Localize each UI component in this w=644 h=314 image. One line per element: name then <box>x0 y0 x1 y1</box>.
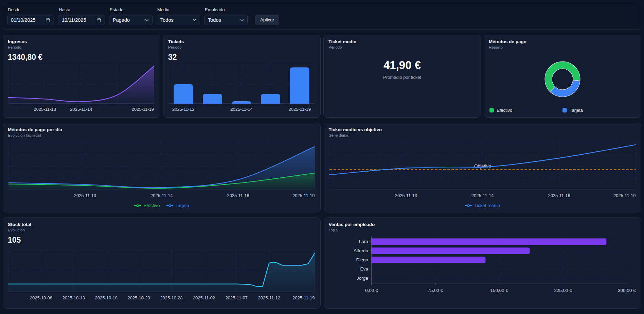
svg-text:2025-11-13: 2025-11-13 <box>34 107 56 112</box>
filter-estado: Estado Pagado <box>109 7 153 25</box>
svg-text:Eva: Eva <box>360 266 368 272</box>
filter-bar: Desde 01/10/2025 Hasta 19/11/2025 Estado… <box>3 3 641 30</box>
card-ticket-medio: Ticket medio Periodo 41,90 € Promedio po… <box>323 35 481 118</box>
card-subtitle: Evolución (apilada) <box>8 133 316 137</box>
svg-text:300,00 €: 300,00 € <box>618 287 636 293</box>
aplicar-button[interactable]: Aplicar <box>255 15 279 25</box>
legend-item-efectivo[interactable]: Efectivo <box>134 203 160 208</box>
card-ingresos: Ingresos Periodo 1340,80 € 2025-11-13202… <box>3 35 160 118</box>
ingresos-value: 1340,80 € <box>8 53 155 62</box>
card-title: Ticket medio vs objetivo <box>329 127 637 132</box>
calendar-icon <box>46 18 50 22</box>
svg-text:2025-11-07: 2025-11-07 <box>226 295 248 300</box>
card-subtitle: Periodo <box>8 45 155 49</box>
ingresos-line-chart: 2025-11-132025-11-142025-11-19 <box>8 63 155 113</box>
legend-item-efectivo[interactable]: Efectivo <box>489 108 562 113</box>
stock-line-chart: 2025-10-082025-10-132025-10-182025-10-23… <box>8 249 316 304</box>
legend-label: Tarjeta <box>176 203 190 208</box>
svg-text:2025-11-16: 2025-11-16 <box>227 193 249 198</box>
filter-desde: Desde 01/10/2025 <box>7 7 54 25</box>
filter-empleado: Empleado Todos <box>204 7 248 25</box>
metodos-dia-stacked-area-chart: 2025-11-132025-11-142025-11-162025-11-19 <box>8 140 316 200</box>
ticket-medio-value: 41,90 € <box>383 59 421 72</box>
tarjeta-swatch <box>562 108 567 112</box>
card-metodos-pago: Métodos de pago Reparto Efectivo Tarjeta <box>484 35 641 118</box>
legend-item-tarjeta[interactable]: Tarjeta <box>562 108 636 113</box>
estado-label: Estado <box>109 7 153 12</box>
svg-text:Diego: Diego <box>356 257 368 262</box>
card-ticket-objetivo: Ticket medio vs objetivo Serie diaria Ob… <box>324 123 642 212</box>
ventas-empleado-bar-chart: LaraAlfredoDiegoEvaJorge0,00 €75,00 €150… <box>329 235 637 304</box>
ticket-medio-kpi: 41,90 € Promedio por ticket <box>328 49 476 113</box>
chevron-down-icon <box>240 19 244 21</box>
hasta-value: 19/11/2025 <box>62 17 86 23</box>
medio-value: Todos <box>160 17 174 23</box>
svg-text:2025-10-18: 2025-10-18 <box>95 295 118 300</box>
estado-select[interactable]: Pagado <box>109 15 153 25</box>
medio-label: Medio <box>157 7 200 12</box>
card-stock: Stock total Evolución 105 2025-10-082025… <box>3 217 321 309</box>
desde-date-input[interactable]: 01/10/2025 <box>7 15 54 25</box>
hasta-date-input[interactable]: 19/11/2025 <box>58 15 105 25</box>
efectivo-swatch <box>489 108 494 112</box>
legend-item-tarjeta[interactable]: Tarjeta <box>166 203 190 208</box>
svg-text:225,00 €: 225,00 € <box>554 287 572 293</box>
card-title: Métodos de pago por día <box>8 127 316 132</box>
svg-text:Jorge: Jorge <box>357 276 368 281</box>
calendar-icon <box>96 18 101 22</box>
hasta-label: Hasta <box>58 7 105 12</box>
card-subtitle: Evolución <box>8 228 316 232</box>
tickets-value: 32 <box>168 53 316 62</box>
metodos-dia-legend: Efectivo Tarjeta <box>8 203 316 208</box>
card-subtitle: Serie diaria <box>329 133 637 137</box>
svg-text:2025-11-13: 2025-11-13 <box>74 193 96 198</box>
svg-text:2025-11-16: 2025-11-16 <box>548 193 570 198</box>
legend-label: Tarjeta <box>570 108 583 113</box>
card-subtitle: Periodo <box>168 45 316 49</box>
line-point-marker-icon <box>134 204 141 207</box>
donut-legend: Efectivo Tarjeta <box>489 108 636 113</box>
card-title: Ventas por empleado <box>329 222 637 227</box>
svg-text:2025-11-12: 2025-11-12 <box>172 107 195 112</box>
card-subtitle: Periodo <box>328 45 476 49</box>
legend-item-ticket-medio[interactable]: Ticket medio <box>465 203 500 208</box>
donut-wrap <box>489 49 636 108</box>
line-point-marker-icon <box>465 204 472 207</box>
card-title: Ingresos <box>8 39 155 44</box>
medio-select[interactable]: Todos <box>157 15 200 25</box>
chevron-down-icon <box>145 19 149 21</box>
card-title: Tickets <box>168 39 316 44</box>
metodos-pago-donut-chart <box>525 57 600 102</box>
tickets-bar-chart: 2025-11-122025-11-142025-11-19 <box>168 63 316 113</box>
stock-value: 105 <box>8 236 316 245</box>
desde-label: Desde <box>7 7 54 12</box>
empleado-label: Empleado <box>204 7 248 12</box>
svg-text:2025-11-14: 2025-11-14 <box>230 107 253 112</box>
card-ventas-empleado: Ventas por empleado Top 5 LaraAlfredoDie… <box>324 217 642 309</box>
card-title: Stock total <box>8 222 316 227</box>
svg-text:2025-11-19: 2025-11-19 <box>292 295 315 300</box>
svg-text:2025-11-19: 2025-11-19 <box>288 107 311 112</box>
svg-text:2025-11-19: 2025-11-19 <box>292 193 315 198</box>
card-metodos-dia: Métodos de pago por día Evolución (apila… <box>3 123 321 212</box>
svg-text:2025-11-13: 2025-11-13 <box>395 193 417 198</box>
empleado-value: Todos <box>208 17 221 23</box>
legend-label: Efectivo <box>143 203 160 208</box>
estado-value: Pagado <box>113 17 130 23</box>
svg-text:2025-11-02: 2025-11-02 <box>193 295 215 300</box>
empleado-select[interactable]: Todos <box>204 15 248 25</box>
card-subtitle: Reparto <box>489 45 636 49</box>
chevron-down-icon <box>193 19 196 21</box>
card-subtitle: Top 5 <box>329 228 637 232</box>
card-tickets: Tickets Periodo 32 2025-11-122025-11-142… <box>163 35 321 118</box>
card-title: Ticket medio <box>328 39 476 44</box>
svg-text:Lara: Lara <box>359 239 368 244</box>
ticket-objetivo-line-chart: Objetivo2025-11-132025-11-142025-11-1620… <box>329 140 637 200</box>
filter-medio: Medio Todos <box>157 7 200 25</box>
svg-text:2025-11-14: 2025-11-14 <box>471 193 494 198</box>
card-title: Métodos de pago <box>489 39 636 44</box>
ticket-objetivo-legend: Ticket medio <box>329 203 637 208</box>
filter-hasta: Hasta 19/11/2025 <box>58 7 105 25</box>
svg-text:2025-10-23: 2025-10-23 <box>127 295 150 300</box>
legend-label: Efectivo <box>497 108 512 113</box>
